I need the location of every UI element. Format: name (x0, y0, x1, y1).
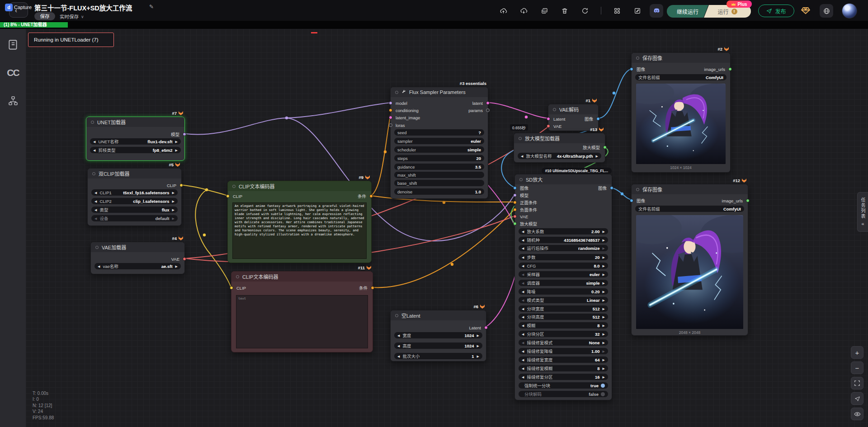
edit-title-icon[interactable]: ✎ (149, 4, 154, 10)
widget-接缝修复模糊[interactable]: ◀接缝修复模糊8▶ (519, 365, 608, 371)
capture-app-icon[interactable]: d (5, 4, 13, 11)
widget-放大系数[interactable]: ◀放大系数2.00▶ (519, 228, 608, 235)
node-clip-encode-positive[interactable]: #9CLIP文本编码器CLIP条件An elegant anime fantas… (227, 181, 372, 263)
input-port-图像[interactable]: 图像 (632, 198, 645, 203)
port-dot[interactable] (389, 123, 392, 127)
decrement-arrow-icon[interactable]: ◀ (522, 273, 524, 276)
autosave-dropdown[interactable]: 实时保存 ∨ (60, 13, 84, 20)
widget-分块解码[interactable]: 分块解码false (519, 391, 608, 397)
port-dot[interactable] (610, 186, 613, 190)
node-dual-clip-loader[interactable]: #5双CLIP加载器CLIP◀CLIP1t5xxl_fp16.safetenso… (87, 168, 182, 226)
widget-文件名前缀[interactable]: 文件名前缀ComfyUI (635, 74, 726, 80)
decrement-arrow-icon[interactable]: ◀ (397, 355, 400, 358)
input-port-CLIP[interactable]: CLIP (231, 285, 246, 291)
widget-强制统一分块[interactable]: 强制统一分块true (519, 382, 608, 389)
collapse-dot[interactable] (92, 172, 95, 175)
widget-调度器[interactable]: ◀调度器simple▶ (519, 280, 608, 286)
continue-run-button[interactable]: 继续运行 (667, 5, 708, 18)
widget-剪枝类型[interactable]: ◀剪枝类型fp8_e5m2▶ (90, 147, 181, 153)
decrement-arrow-icon[interactable]: ◀ (522, 375, 524, 379)
widget-设备[interactable]: ◀设备default▶ (91, 215, 178, 221)
node-sd-upscale[interactable]: #10 UltimateSDUpscale_TBG_FL...SD放大图像模型正… (514, 174, 612, 400)
port-dot[interactable] (513, 193, 517, 197)
output-port-Latent[interactable]: Latent (469, 325, 486, 330)
widget-放大模型名称[interactable]: ◀放大模型名称4x-UltraSharp.pth▶ (518, 153, 601, 159)
increment-arrow-icon[interactable]: ▶ (172, 208, 175, 211)
collapse-dot[interactable] (232, 185, 236, 188)
increment-arrow-icon[interactable]: ▶ (603, 341, 605, 344)
node-title-bar[interactable]: VAE加载器 (91, 242, 184, 252)
decrement-arrow-icon[interactable]: ◀ (397, 344, 400, 347)
node-title-bar[interactable]: UNET加载器 (86, 117, 184, 127)
notes-button[interactable] (632, 5, 643, 17)
collapse-dot[interactable] (519, 178, 523, 181)
upload-workflow-button[interactable] (497, 5, 509, 17)
increment-arrow-icon[interactable]: ▶ (603, 315, 605, 319)
port-dot[interactable] (603, 145, 607, 149)
widget-步数[interactable]: ◀步数20▶ (519, 254, 608, 260)
decrement-arrow-icon[interactable]: ◀ (522, 367, 524, 370)
decrement-arrow-icon[interactable]: ◀ (522, 247, 524, 250)
refresh-button[interactable] (579, 5, 591, 17)
increment-arrow-icon[interactable]: ▶ (175, 265, 178, 268)
increment-arrow-icon[interactable]: ▶ (603, 239, 605, 242)
widget-类型[interactable]: ◀类型flux▶ (91, 206, 178, 213)
port-dot[interactable] (513, 186, 517, 190)
port-dot[interactable] (547, 117, 550, 121)
decrement-arrow-icon[interactable]: ◀ (522, 307, 524, 310)
port-dot[interactable] (183, 257, 186, 261)
export-image-button[interactable]: Cn (538, 5, 550, 17)
decrement-arrow-icon[interactable]: ◀ (94, 200, 97, 203)
increment-arrow-icon[interactable]: ▶ (603, 282, 605, 285)
input-port-正面条件[interactable]: 正面条件 (515, 200, 537, 205)
increment-arrow-icon[interactable]: ▶ (603, 299, 605, 302)
collapse-dot[interactable] (236, 275, 239, 278)
widget-降噪[interactable]: ◀降噪0.20▶ (519, 288, 608, 295)
port-dot[interactable] (630, 67, 633, 71)
collapse-dot[interactable] (636, 56, 639, 60)
input-port-模型[interactable]: 模型 (515, 192, 528, 198)
visibility-button[interactable] (851, 408, 863, 420)
node-save-image-2[interactable]: #12保存图像图像image_urls文件名前缀ComfyUI 2048 × 2… (631, 184, 748, 336)
increment-arrow-icon[interactable]: ▶ (603, 324, 605, 327)
output-port-params[interactable]: params (468, 108, 488, 113)
input-port-图像[interactable]: 图像 (515, 185, 528, 191)
node-clip-encode-negative[interactable]: #11CLIP文本编码器CLIP条件text (231, 271, 373, 352)
widget-vae名称[interactable]: ◀vae名称ae.sft▶ (94, 263, 181, 269)
input-port-loras[interactable]: loras (391, 122, 405, 128)
node-flux-sampler[interactable]: #3 essentialsFlux Sampler Parametersmode… (390, 87, 488, 199)
port-dot[interactable] (389, 108, 392, 112)
widget-接缝修复宽度[interactable]: ◀接缝修复宽度64▶ (519, 357, 608, 363)
increment-arrow-icon[interactable]: ▶ (603, 307, 605, 310)
node-save-image-1[interactable]: #2保存图像图像image_urls文件名前缀ComfyUI 1024 × 10… (631, 52, 731, 173)
toggle-knob[interactable] (601, 392, 605, 396)
input-port-model[interactable]: model (391, 100, 407, 106)
increment-arrow-icon[interactable]: ▶ (596, 155, 598, 158)
widget-seed[interactable]: seed? (394, 129, 484, 136)
widget-CLIP1[interactable]: ◀CLIP1t5xxl_fp16.safetensors▶ (91, 189, 178, 196)
port-dot[interactable] (179, 183, 183, 187)
increment-arrow-icon[interactable]: ▶ (172, 191, 175, 194)
decrement-arrow-icon[interactable]: ◀ (522, 358, 524, 361)
decrement-arrow-icon[interactable]: ◀ (397, 334, 400, 337)
increment-arrow-icon[interactable]: ▶ (603, 350, 605, 353)
decrement-arrow-icon[interactable]: ◀ (522, 350, 524, 353)
port-dot[interactable] (630, 199, 633, 202)
input-port-负面条件[interactable]: 负面条件 (515, 207, 537, 212)
language-button[interactable] (820, 4, 833, 18)
widget-随机种[interactable]: ◀随机种431685436748537▶ (519, 237, 608, 243)
output-port-image_urls[interactable]: image_urls (704, 66, 730, 72)
input-port-Latent[interactable]: Latent (548, 116, 565, 122)
input-port-latent_image[interactable]: latent_image (391, 115, 420, 120)
node-title-bar[interactable]: 放大模型加载器 (514, 133, 605, 143)
node-title-bar[interactable]: 保存图像 (632, 53, 730, 63)
decrement-arrow-icon[interactable]: ◀ (522, 299, 524, 302)
port-dot[interactable] (226, 194, 230, 198)
collapse-dot[interactable] (636, 188, 639, 191)
decrement-arrow-icon[interactable]: ◀ (522, 282, 524, 285)
port-dot[interactable] (513, 222, 517, 225)
input-port-VAE[interactable]: VAE (548, 123, 561, 129)
widget-接缝修复分区[interactable]: ◀接缝修复分区16▶ (519, 374, 608, 380)
input-port-VAE[interactable]: VAE (515, 214, 528, 219)
port-dot[interactable] (389, 116, 392, 119)
